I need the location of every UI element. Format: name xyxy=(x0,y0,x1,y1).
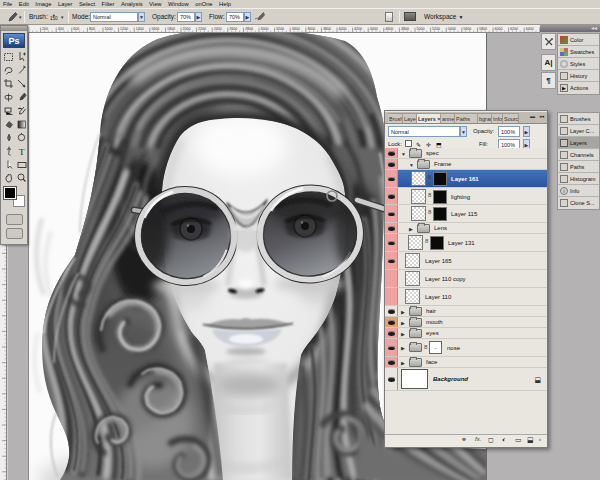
svg-text:1000: 1000 xyxy=(105,27,113,31)
svg-text:5600: 5600 xyxy=(463,27,471,31)
svg-text:2600: 2600 xyxy=(229,27,237,31)
svg-text:2200: 2200 xyxy=(198,27,206,31)
svg-text:6200: 6200 xyxy=(510,27,518,31)
svg-text:4600: 4600 xyxy=(385,27,393,31)
svg-text:400: 400 xyxy=(58,27,64,31)
svg-text:4200: 4200 xyxy=(354,27,362,31)
svg-text:6000: 6000 xyxy=(495,27,503,31)
svg-text:5000: 5000 xyxy=(417,27,425,31)
svg-text:3400: 3400 xyxy=(292,27,300,31)
svg-text:6400: 6400 xyxy=(526,27,534,31)
svg-text:600: 600 xyxy=(73,27,79,31)
svg-text:1800: 1800 xyxy=(167,27,175,31)
svg-text:2400: 2400 xyxy=(214,27,222,31)
svg-text:T: T xyxy=(19,147,25,157)
svg-text:3200: 3200 xyxy=(276,27,284,31)
svg-text:2800: 2800 xyxy=(245,27,253,31)
svg-text:200: 200 xyxy=(42,27,48,31)
svg-text:800: 800 xyxy=(89,27,95,31)
svg-text:3000: 3000 xyxy=(261,27,269,31)
svg-text:5200: 5200 xyxy=(432,27,440,31)
svg-text:4800: 4800 xyxy=(401,27,409,31)
svg-text:4400: 4400 xyxy=(370,27,378,31)
svg-text:1600: 1600 xyxy=(151,27,159,31)
svg-text:3600: 3600 xyxy=(307,27,315,31)
svg-text:3800: 3800 xyxy=(323,27,331,31)
svg-text:4000: 4000 xyxy=(339,27,347,31)
svg-text:1400: 1400 xyxy=(136,27,144,31)
svg-text:2000: 2000 xyxy=(183,27,191,31)
svg-text:5400: 5400 xyxy=(448,27,456,31)
svg-text:5800: 5800 xyxy=(479,27,487,31)
svg-text:1200: 1200 xyxy=(120,27,128,31)
